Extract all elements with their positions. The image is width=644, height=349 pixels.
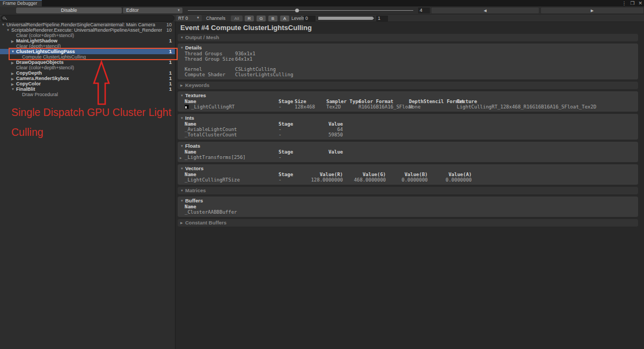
foldout-arrow-icon[interactable]: ▶	[11, 71, 16, 75]
event-count: 1	[169, 76, 175, 81]
event-count: 1	[169, 60, 175, 65]
foldout-arrow-icon[interactable]: ▼	[180, 115, 185, 121]
foldout-arrow-icon[interactable]: ▼	[180, 143, 185, 149]
maximize-icon[interactable]: ❐	[630, 0, 634, 6]
search-input[interactable]	[1, 15, 174, 21]
tree-item-scriptable-renderer-execute[interactable]: ▼ ScriptableRenderer.Execute: UniversalR…	[0, 27, 175, 33]
main-toolbar: Disable Editor ▼ 4 ◀ ▶	[0, 6, 644, 14]
levels-slider-bar[interactable]	[318, 17, 372, 20]
levels-slider[interactable]	[318, 16, 375, 20]
tree-item-compute-cluster-lights-culling[interactable]: Compute ClusterLightsCulling	[0, 54, 175, 60]
foldout-arrow-icon[interactable]: ▼	[2, 23, 6, 26]
foldout-arrow-icon[interactable]: ▼	[180, 187, 185, 194]
tree-item-main-light-shadow[interactable]: ▶ MainLightShadow 1	[0, 38, 175, 43]
foldout-arrow-icon[interactable]: ▼	[180, 165, 185, 172]
section-textures: ▼ Textures Name Stage Size Sampler Type …	[178, 91, 638, 112]
foldout-arrow-icon[interactable]: ▼	[180, 45, 185, 51]
tree-item-clear[interactable]: Clear (depth+stencil)	[0, 43, 175, 49]
channel-g-button[interactable]: G	[257, 16, 266, 21]
section-keywords[interactable]: ▶ Keywords	[178, 82, 638, 89]
channel-all-button[interactable]: All	[231, 16, 243, 21]
foldout-arrow-icon[interactable]: ▶	[180, 82, 185, 89]
event-count: 1	[169, 86, 175, 92]
close-icon[interactable]: ✕	[638, 0, 642, 6]
annotation-text: Single Dispatch GPU Cluster Light Cullin…	[11, 103, 171, 142]
menu-icon[interactable]: ⋮	[621, 0, 626, 6]
section-label: Output / Mesh	[185, 34, 219, 41]
section-buffers: ▼ Buffers Name _ClusterAABBBuffer	[178, 197, 638, 217]
foldout-arrow-icon[interactable]: ▶	[11, 77, 16, 81]
table-row[interactable]: ▶_LightTransforms[256] -	[178, 155, 638, 160]
channels-label: Channels	[206, 15, 225, 21]
texture-thumbnail[interactable]	[185, 105, 189, 109]
section-floats: ▼ Floats Name Stage Value ▶_LightTransfo…	[178, 142, 638, 162]
section-constant-buffers[interactable]: ▶ Constant Buffers	[178, 219, 638, 227]
foldout-arrow-icon[interactable]: ▶	[180, 155, 185, 161]
tree-item-final-blit[interactable]: ▼ FinalBlit 1	[0, 86, 175, 92]
tree-item-camera-render-skybox[interactable]: ▶ Camera.RenderSkybox 1	[0, 76, 175, 81]
detail-row: Thread Group Size 64x1x1	[178, 56, 638, 62]
tree-item-draw-procedural[interactable]: Draw Procedural	[0, 92, 175, 97]
tree-item-cluster-lights-culling-pass[interactable]: ▼ ClusterLightsCullingPass 1	[0, 49, 175, 54]
detail-row: Compute Shader ClusterLightsCulling	[178, 72, 638, 77]
channel-r-button[interactable]: R	[245, 16, 254, 21]
tab-frame-debugger[interactable]: Frame Debugger	[0, 0, 42, 6]
section-output-mesh[interactable]: ▼ Output / Mesh	[178, 34, 638, 41]
section-vectors: ▼ Vectors Name Stage Value(R) Value(G) V…	[178, 164, 638, 185]
table-header-row: Name Stage Value(R) Value(G) Value(B) Va…	[178, 172, 638, 177]
foldout-arrow-icon[interactable]: ▶	[11, 61, 16, 64]
rt-dropdown-label: RT 0	[178, 15, 188, 21]
levels-max-field[interactable]: 1	[376, 16, 388, 21]
event-slider[interactable]	[188, 6, 413, 14]
tree-item-copy-color[interactable]: ▶ CopyColor 1	[0, 81, 175, 86]
table-header-row: Name Stage Size Sampler Type Color Forma…	[178, 99, 638, 104]
table-header-row: Name Stage Value	[178, 149, 638, 155]
foldout-arrow-icon[interactable]: ▼	[180, 34, 185, 41]
levels-min-field[interactable]: 0	[304, 16, 316, 21]
previous-event-button[interactable]: ◀	[431, 7, 539, 14]
channel-a-button[interactable]: A	[280, 16, 289, 21]
table-row[interactable]: _ClusterAABBBuffer	[178, 209, 638, 215]
section-label: Constant Buffers	[185, 219, 226, 227]
table-row[interactable]: _TotalClusterCount - 59850	[178, 132, 638, 137]
tree-item-draw-opaque-objects[interactable]: ▶ DrawOpaqueObjects 1	[0, 60, 175, 65]
section-ints: ▼ Ints Name Stage Value _AviableLightCou…	[178, 114, 638, 140]
section-label: Buffers	[185, 198, 203, 204]
table-row[interactable]: _AviableLightCount - 64	[178, 127, 638, 132]
tree-item-clear[interactable]: Clear (color+depth+stencil)	[0, 65, 175, 70]
table-row[interactable]: _LightCullingRTSize - 128.0000000 468.00…	[178, 177, 638, 183]
tree-item-clear[interactable]: Clear (color+depth+stencil)	[0, 33, 175, 38]
section-label: Details	[185, 45, 202, 51]
rt-dropdown[interactable]: RT 0 ▼	[176, 15, 202, 21]
section-matrices[interactable]: ▼ Matrices	[178, 187, 638, 194]
tree-item-render-single-camera[interactable]: ▼ UniversalRenderPipeline.RenderSingleCa…	[0, 22, 175, 27]
tree-item-copy-depth[interactable]: ▶ CopyDepth 1	[0, 70, 175, 76]
target-dropdown[interactable]: Editor ▼	[123, 8, 182, 13]
disable-button[interactable]: Disable	[16, 8, 122, 13]
foldout-arrow-icon[interactable]: ▶	[11, 82, 16, 86]
foldout-arrow-icon[interactable]: ▶	[180, 219, 185, 227]
foldout-arrow-icon[interactable]: ▼	[11, 50, 16, 53]
section-label: Matrices	[185, 187, 206, 194]
chevron-down-icon: ▼	[177, 8, 180, 13]
event-slider-handle[interactable]	[295, 9, 299, 12]
detail-row: Thread Groups 936x1x1	[178, 51, 638, 56]
channel-b-button[interactable]: B	[268, 16, 277, 21]
next-event-button[interactable]: ▶	[540, 7, 644, 14]
frame-debugger-window: Frame Debugger ⋮ ❐ ✕ Disable Editor ▼ 4 …	[0, 0, 644, 349]
annotation-line-2: Culling	[11, 122, 171, 142]
tab-title: Frame Debugger	[3, 1, 37, 6]
event-count: 1	[169, 38, 175, 43]
foldout-arrow-icon[interactable]: ▼	[180, 198, 185, 204]
event-count: 10	[166, 27, 175, 33]
arrow-left-icon: ◀	[484, 9, 486, 12]
foldout-arrow-icon[interactable]: ▼	[11, 88, 16, 91]
annotation-line-1: Single Dispatch GPU Cluster Light	[11, 103, 171, 122]
table-row[interactable]: _LightCullingRT - 128x468 Tex2D R16G16B1…	[178, 104, 638, 110]
window-tab-bar: Frame Debugger ⋮ ❐ ✕	[0, 0, 644, 6]
foldout-arrow-icon[interactable]: ▼	[180, 92, 185, 99]
event-number-field[interactable]: 4	[418, 8, 430, 13]
arrow-right-icon: ▶	[591, 9, 594, 12]
foldout-arrow-icon[interactable]: ▼	[6, 28, 11, 32]
foldout-arrow-icon[interactable]: ▶	[11, 39, 16, 43]
